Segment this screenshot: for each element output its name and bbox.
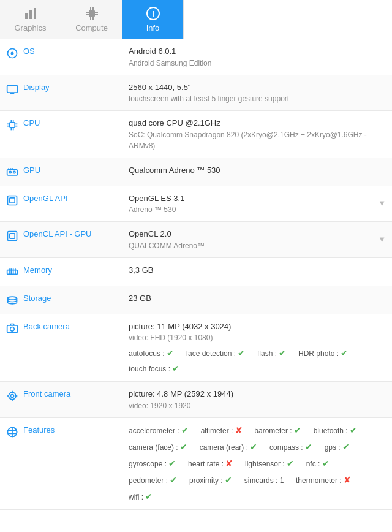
value-storage: 23 GB: [123, 286, 392, 314]
tab-info[interactable]: i Info: [123, 0, 184, 39]
svg-rect-24: [7, 124, 10, 125]
back-camera-autofocus: autofocus : ✔: [129, 349, 174, 358]
svg-rect-37: [10, 234, 15, 238]
svg-rect-22: [11, 127, 12, 130]
row-os: OS Android 6.0.1 Android Samsung Edition: [0, 39, 392, 75]
feat-accelerometer: accelerometer : ✔: [129, 427, 189, 435]
value-cpu: quad core CPU @2.1GHz SoC: Qualcomm Snap…: [123, 111, 392, 158]
row-opengl: OpenGL API OpenGL ES 3.1 Adreno ™ 530 ▼: [0, 186, 392, 222]
cpu-row-icon: [6, 119, 18, 131]
svg-rect-27: [15, 126, 17, 127]
feat-proximity: proximity : ✔: [189, 476, 232, 485]
svg-rect-21: [13, 120, 14, 123]
svg-rect-34: [8, 196, 17, 205]
svg-rect-2: [34, 8, 36, 19]
svg-point-49: [10, 327, 15, 331]
label-opengl: OpenGL API: [0, 186, 123, 222]
svg-rect-23: [13, 127, 14, 130]
row-opencl: OpenCL API - GPU OpenCL 2.0 QUALCOMM Adr…: [0, 222, 392, 258]
row-features: Features accelerometer : ✔ altimeter : ✘…: [0, 418, 392, 510]
opengl-dropdown-icon[interactable]: ▼: [378, 198, 386, 210]
feat-pedometer: pedometer : ✔: [129, 476, 177, 485]
row-display: Display 2560 x 1440, 5.5" touchscreen wi…: [0, 75, 392, 112]
svg-rect-9: [86, 14, 89, 15]
opengl-icon: [6, 194, 18, 207]
tab-compute[interactable]: Compute: [61, 0, 123, 39]
value-opengl: OpenGL ES 3.1 Adreno ™ 530 ▼: [123, 186, 392, 222]
svg-rect-19: [10, 123, 15, 127]
svg-rect-20: [11, 120, 12, 123]
value-features: accelerometer : ✔ altimeter : ✘ baromete…: [123, 418, 392, 509]
front-camera-icon: [6, 390, 18, 402]
svg-rect-10: [95, 12, 98, 13]
label-display: Display: [0, 75, 123, 111]
value-back-camera: picture: 11 MP (4032 x 3024) video: FHD …: [123, 314, 392, 382]
label-front-camera: Front camera: [0, 382, 123, 417]
feat-lightsensor: lightsensor : ✔: [245, 460, 294, 468]
svg-rect-26: [15, 124, 17, 125]
feat-compass: compass : ✔: [270, 443, 312, 452]
svg-text:i: i: [152, 9, 154, 18]
value-os: Android 6.0.1 Android Samsung Edition: [123, 39, 392, 75]
display-icon: [6, 83, 18, 96]
feat-camera-face: camera (face) : ✔: [129, 443, 187, 452]
feat-thermometer: thermometer : ✘: [296, 476, 351, 485]
back-camera-icon: [6, 322, 18, 335]
svg-point-47: [8, 297, 17, 300]
label-gpu: GPU: [0, 158, 123, 186]
bar-chart-icon: [23, 6, 38, 21]
svg-rect-11: [95, 14, 98, 15]
row-storage: Storage 23 GB: [0, 286, 392, 314]
feat-heart-rate: heart rate : ✘: [188, 460, 233, 468]
label-os: OS: [0, 39, 123, 75]
row-memory: Memory 3,3 GB: [0, 258, 392, 286]
tab-compute-label: Compute: [75, 23, 108, 32]
info-table: OS Android 6.0.1 Android Samsung Edition…: [0, 39, 392, 510]
label-back-camera: Back camera: [0, 314, 123, 382]
svg-point-15: [11, 52, 14, 55]
features-icon: [6, 426, 18, 438]
value-memory: 3,3 GB: [123, 258, 392, 286]
back-camera-hdr: HDR photo : ✔: [298, 349, 348, 358]
cpu-icon: [85, 6, 99, 21]
value-front-camera: picture: 4.8 MP (2592 x 1944) video: 192…: [123, 382, 392, 417]
feat-altimeter: altimeter : ✘: [201, 427, 243, 435]
feat-camera-rear: camera (rear) : ✔: [200, 443, 258, 452]
svg-rect-4: [90, 7, 91, 10]
memory-icon: [6, 266, 18, 278]
value-opencl: OpenCL 2.0 QUALCOMM Adreno™ ▼: [123, 222, 392, 257]
back-camera-touch-focus: touch focus : ✔: [129, 365, 179, 373]
os-icon: [6, 47, 18, 59]
svg-rect-3: [89, 10, 95, 17]
gpu-icon: [6, 166, 18, 178]
value-display: 2560 x 1440, 5.5" touchscreen with at le…: [123, 75, 392, 111]
svg-point-51: [11, 395, 14, 398]
svg-point-50: [9, 392, 16, 400]
svg-rect-1: [29, 10, 32, 19]
feat-nfc: nfc : ✔: [306, 460, 330, 468]
label-storage: Storage: [0, 286, 123, 314]
svg-rect-36: [8, 232, 17, 241]
tab-graphics[interactable]: Graphics: [0, 0, 61, 39]
row-gpu: GPU Qualcomm Adreno ™ 530: [0, 158, 392, 186]
svg-rect-8: [86, 12, 89, 13]
svg-rect-25: [7, 126, 10, 127]
feat-gps: gps : ✔: [325, 443, 350, 452]
row-front-camera: Front camera picture: 4.8 MP (2592 x 194…: [0, 382, 392, 418]
row-cpu: CPU quad core CPU @2.1GHz SoC: Qualcomm …: [0, 111, 392, 158]
label-memory: Memory: [0, 258, 123, 286]
opencl-dropdown-icon[interactable]: ▼: [378, 234, 386, 246]
feat-wifi: wifi : ✔: [129, 493, 153, 501]
feat-bluetooth: bluetooth : ✔: [314, 427, 357, 435]
tab-bar: Graphics Compute i Info: [0, 0, 392, 39]
back-camera-flash: flash : ✔: [257, 349, 286, 358]
svg-rect-28: [7, 169, 18, 175]
row-back-camera: Back camera picture: 11 MP (4032 x 3024)…: [0, 314, 392, 382]
svg-rect-5: [92, 7, 94, 10]
storage-icon: [6, 294, 18, 306]
svg-rect-16: [7, 85, 18, 93]
label-opencl: OpenCL API - GPU: [0, 222, 123, 257]
feat-simcards: simcards : 1: [244, 476, 284, 485]
back-camera-face-detection: face detection : ✔: [186, 349, 246, 358]
feat-barometer: barometer : ✔: [254, 427, 301, 435]
